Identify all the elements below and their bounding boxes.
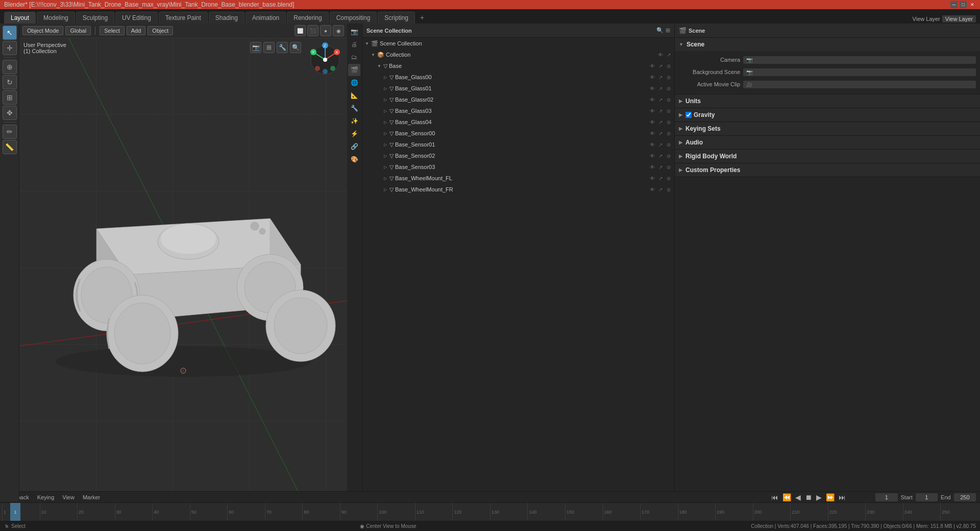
viewport-shading-material[interactable]: ● bbox=[320, 25, 331, 36]
prop-tab-render[interactable]: 📷 bbox=[348, 26, 360, 38]
base-triangle: ▼ bbox=[377, 63, 382, 68]
scene-section-header[interactable]: ▼ Scene bbox=[675, 38, 980, 51]
gravity-checkbox[interactable] bbox=[685, 112, 692, 118]
outliner-row-glass03[interactable]: ▷ ▽ Base_Glass03 👁 ↗ ⊘ bbox=[362, 105, 674, 116]
tab-modeling[interactable]: Modeling bbox=[37, 12, 75, 23]
end-frame-field[interactable]: 250 bbox=[954, 493, 976, 501]
viewport-shading-rendered[interactable]: ◉ bbox=[333, 25, 344, 36]
tab-sculpting[interactable]: Sculpting bbox=[76, 12, 114, 23]
keying-sets-section-header[interactable]: ▶ Keying Sets bbox=[675, 122, 980, 135]
scene-section-title: Scene bbox=[687, 41, 704, 48]
timeline-keying-menu[interactable]: Keying bbox=[35, 494, 57, 501]
jump-back-button[interactable]: ⏪ bbox=[781, 492, 792, 502]
annotate-tool-button[interactable]: ✏ bbox=[3, 125, 17, 139]
timeline-marker-menu[interactable]: Marker bbox=[81, 494, 102, 501]
collection-select-btn[interactable]: ↗ bbox=[665, 52, 672, 58]
prop-tab-material[interactable]: 🎨 bbox=[348, 153, 360, 165]
outliner-row-scene-collection[interactable]: ▼ 🎬 Scene Collection bbox=[362, 38, 674, 49]
move-tool-button[interactable]: ⊕ bbox=[3, 60, 17, 74]
view-layer-value[interactable]: View Layer bbox=[942, 15, 976, 22]
units-section-header[interactable]: ▶ Units bbox=[675, 94, 980, 108]
viewport-search-icon[interactable]: 🔍 bbox=[290, 42, 301, 53]
add-menu[interactable]: Add bbox=[127, 26, 146, 35]
ruler-60: 60 bbox=[227, 503, 265, 521]
ruler-180: 180 bbox=[678, 503, 716, 521]
jump-forward-button[interactable]: ⏩ bbox=[825, 492, 836, 502]
outliner-row-glass04[interactable]: ▷ ▽ Base_Glass04 👁 ↗ ⊘ bbox=[362, 116, 674, 128]
measure-tool-button[interactable]: 📏 bbox=[3, 140, 17, 154]
prop-tab-modifier[interactable]: 🔧 bbox=[348, 102, 360, 114]
timeline-track[interactable]: 1 1 10 20 30 40 50 60 70 80 90 100 110 1… bbox=[0, 503, 980, 521]
outliner-row-wheelmount-fl[interactable]: ▷ ▽ Base_WheelMount_FL 👁 ↗ ⊘ bbox=[362, 173, 674, 184]
jump-to-start-button[interactable]: ⏮ bbox=[770, 492, 779, 502]
outliner-row-wheelmount-fr[interactable]: ▷ ▽ Base_WheelMount_FR 👁 ↗ ⊘ bbox=[362, 184, 674, 195]
maximize-button[interactable]: □ bbox=[960, 1, 967, 8]
viewport-grid-icon[interactable]: ⊞ bbox=[263, 42, 275, 53]
tab-layout[interactable]: Layout bbox=[4, 12, 36, 23]
custom-properties-section: ▶ Custom Properties bbox=[675, 163, 980, 177]
outliner-filter-icon[interactable]: 🔍 bbox=[656, 27, 664, 34]
play-button[interactable]: ▶ bbox=[815, 492, 823, 502]
viewport-shading-wireframe[interactable]: ⬜ bbox=[295, 25, 306, 36]
add-workspace-button[interactable]: + bbox=[416, 11, 428, 23]
base-extra-btn[interactable]: ⊘ bbox=[665, 63, 672, 69]
audio-section-header[interactable]: ▶ Audio bbox=[675, 136, 980, 149]
viewport-3d[interactable]: User Perspective (1) Collection X Y Z bbox=[19, 38, 347, 491]
outliner-display-icon[interactable]: ⊞ bbox=[666, 27, 670, 34]
prop-tab-world[interactable]: 🌐 bbox=[348, 77, 360, 89]
rigid-body-world-section-header[interactable]: ▶ Rigid Body World bbox=[675, 150, 980, 163]
timeline-view-menu[interactable]: View bbox=[60, 494, 77, 501]
tab-uv-editing[interactable]: UV Editing bbox=[115, 12, 158, 23]
viewport-magnet-icon[interactable]: 🔧 bbox=[277, 42, 288, 53]
select-tool-button[interactable]: ↖ bbox=[3, 26, 17, 40]
outliner-row-sensor03[interactable]: ▷ ▽ Base_Sensor03 👁 ↗ ⊘ bbox=[362, 161, 674, 173]
prop-tab-particles[interactable]: ✨ bbox=[348, 115, 360, 127]
transform-tool-button[interactable]: ✥ bbox=[3, 106, 17, 120]
object-menu[interactable]: Object bbox=[148, 26, 173, 35]
viewport-camera-icon[interactable]: 📷 bbox=[250, 42, 261, 53]
minimize-button[interactable]: ─ bbox=[950, 1, 958, 8]
tab-rendering[interactable]: Rendering bbox=[287, 12, 328, 23]
prop-tab-constraints[interactable]: 🔗 bbox=[348, 140, 360, 153]
camera-value[interactable]: 📷 bbox=[743, 56, 976, 64]
select-menu[interactable]: Select bbox=[100, 26, 125, 35]
outliner-row-glass01[interactable]: ▷ ▽ Base_Glass01 👁 ↗ ⊘ bbox=[362, 83, 674, 94]
close-button[interactable]: ✕ bbox=[969, 1, 976, 8]
viewport-shading-solid[interactable]: ⬛ bbox=[307, 25, 318, 36]
status-left: 🖱 Select bbox=[4, 523, 26, 529]
outliner-row-sensor01[interactable]: ▷ ▽ Base_Sensor01 👁 ↗ ⊘ bbox=[362, 139, 674, 150]
stop-button[interactable]: ⏹ bbox=[804, 492, 813, 502]
tab-animation[interactable]: Animation bbox=[246, 12, 286, 23]
frame-back-button[interactable]: ◀ bbox=[794, 492, 802, 502]
gravity-section-header[interactable]: ▶ Gravity bbox=[675, 108, 980, 122]
global-dropdown[interactable]: Global bbox=[65, 26, 91, 35]
tab-shading[interactable]: Shading bbox=[209, 12, 244, 23]
outliner-row-glass00[interactable]: ▷ ▽ Base_Glass00 👁 ↗ ⊘ bbox=[362, 71, 674, 83]
scale-tool-button[interactable]: ⊞ bbox=[3, 90, 17, 105]
base-vis-btn[interactable]: 👁 bbox=[649, 63, 656, 69]
cursor-tool-button[interactable]: ✛ bbox=[3, 41, 17, 55]
bg-scene-value[interactable]: 📷 bbox=[743, 68, 976, 76]
outliner-row-sensor02[interactable]: ▷ ▽ Base_Sensor02 👁 ↗ ⊘ bbox=[362, 150, 674, 161]
custom-properties-section-header[interactable]: ▶ Custom Properties bbox=[675, 163, 980, 177]
start-frame-field[interactable]: 1 bbox=[916, 493, 938, 501]
tab-compositing[interactable]: Compositing bbox=[330, 12, 377, 23]
prop-tab-output[interactable]: 🖨 bbox=[348, 38, 360, 51]
collection-vis-btn[interactable]: 👁 bbox=[657, 52, 664, 58]
outliner-row-sensor00[interactable]: ▷ ▽ Base_Sensor00 👁 ↗ ⊘ bbox=[362, 128, 674, 139]
tab-scripting[interactable]: Scripting bbox=[378, 12, 415, 23]
prop-tab-scene[interactable]: 🎬 bbox=[348, 64, 360, 76]
outliner-row-glassr02[interactable]: ▷ ▽ Base_Glassr02 👁 ↗ ⊘ bbox=[362, 94, 674, 105]
active-clip-value[interactable]: 🎥 bbox=[743, 81, 976, 88]
prop-tab-physics[interactable]: ⚡ bbox=[348, 128, 360, 140]
object-mode-dropdown[interactable]: Object Mode bbox=[22, 26, 63, 35]
prop-tab-view-layer[interactable]: 🗂 bbox=[348, 51, 360, 63]
jump-to-end-button[interactable]: ⏭ bbox=[838, 492, 847, 502]
outliner-row-base[interactable]: ▼ ▽ Base 👁 ↗ ⊘ bbox=[362, 60, 674, 71]
base-link-btn[interactable]: ↗ bbox=[657, 63, 664, 69]
outliner-row-collection[interactable]: ▼ 📦 Collection 👁 ↗ bbox=[362, 49, 674, 60]
prop-tab-object[interactable]: 📐 bbox=[348, 89, 360, 102]
rotate-tool-button[interactable]: ↻ bbox=[3, 75, 17, 89]
current-frame-field[interactable]: 1 bbox=[875, 493, 897, 501]
tab-texture-paint[interactable]: Texture Paint bbox=[159, 12, 208, 23]
